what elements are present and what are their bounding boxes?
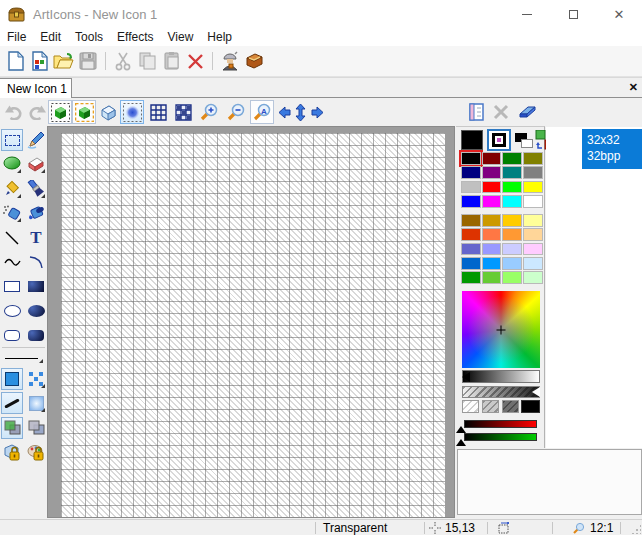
color-swatch[interactable] [502, 152, 522, 165]
new-button[interactable] [4, 49, 28, 73]
opacity-swatch-25[interactable] [462, 400, 479, 413]
lock-3d-tool[interactable] [1, 441, 23, 463]
cut-button[interactable] [111, 49, 135, 73]
color-swatch[interactable] [502, 166, 522, 179]
copy-shape-tool[interactable] [1, 417, 23, 439]
canvas-area[interactable] [47, 126, 455, 518]
color-swatch[interactable] [523, 195, 543, 208]
foreground-color-swatch[interactable] [461, 130, 483, 150]
arc-tool[interactable] [25, 251, 47, 273]
minimize-button[interactable] [504, 0, 550, 28]
lock-palette-tool[interactable] [25, 441, 47, 463]
color-swatch[interactable] [482, 152, 502, 165]
undo-button[interactable] [2, 100, 26, 124]
color-swatch[interactable] [502, 243, 522, 256]
opacity-swatch-50[interactable] [482, 400, 499, 413]
show-grid-button[interactable] [146, 100, 170, 124]
menu-tools[interactable]: Tools [68, 30, 110, 44]
glass-cube-button[interactable] [96, 100, 120, 124]
menu-effects[interactable]: Effects [110, 30, 160, 44]
color-swatch[interactable] [502, 214, 522, 227]
line-width-tool[interactable] [2, 352, 45, 365]
solid-cube-button[interactable] [48, 100, 72, 124]
color-swatch[interactable] [502, 271, 522, 284]
color-swatch[interactable] [482, 181, 502, 194]
pages-button[interactable] [464, 100, 488, 124]
color-swatch[interactable] [461, 195, 481, 208]
color-swatch[interactable] [523, 166, 543, 179]
grayscale-slider[interactable] [462, 370, 540, 383]
opacity-swatch-100[interactable] [521, 400, 540, 413]
ellipse-tool[interactable] [1, 300, 23, 322]
rectangle-tool[interactable] [1, 275, 23, 297]
tab-close-icon[interactable]: ✕ [629, 81, 638, 94]
pencil-tool[interactable] [25, 129, 47, 151]
marker-tool[interactable] [1, 178, 23, 200]
color-swatch[interactable] [523, 271, 543, 284]
color-swatch[interactable] [461, 228, 481, 241]
resize-grip[interactable] [631, 524, 641, 534]
menu-edit[interactable]: Edit [33, 30, 68, 44]
help-book-button[interactable] [242, 49, 266, 73]
delete-image-button[interactable] [489, 100, 513, 124]
color-swatch[interactable] [482, 271, 502, 284]
redo-button[interactable] [24, 100, 48, 124]
menu-view[interactable]: View [161, 30, 201, 44]
eraser-tool[interactable] [25, 153, 47, 175]
color-swatch[interactable] [461, 181, 481, 194]
rainbow-picker[interactable] [462, 291, 540, 368]
default-colors-button[interactable] [515, 133, 533, 149]
color-swatch[interactable] [461, 271, 481, 284]
rounded-rectangle-tool[interactable] [1, 324, 23, 346]
paste-button[interactable] [159, 49, 183, 73]
spray-tool[interactable] [1, 202, 23, 224]
color-swatch[interactable] [523, 152, 543, 165]
color-swatch[interactable] [502, 228, 522, 241]
new-from-template-button[interactable] [28, 49, 52, 73]
close-button[interactable]: ✕ [596, 0, 642, 28]
color-swatch[interactable] [502, 257, 522, 270]
clear-image-button[interactable] [514, 100, 538, 124]
color-swatch[interactable] [502, 195, 522, 208]
zoom-auto-button[interactable]: A [250, 100, 274, 124]
color-swatch[interactable] [482, 228, 502, 241]
color-replacer-tool[interactable] [1, 153, 23, 175]
color-swatch[interactable] [482, 214, 502, 227]
color-swatch[interactable] [523, 214, 543, 227]
gradient-mode[interactable] [25, 392, 47, 414]
frame-cube-button[interactable] [72, 100, 96, 124]
grid-pattern-button[interactable] [171, 100, 195, 124]
color-swatch[interactable] [523, 243, 543, 256]
filled-ellipse-tool[interactable] [25, 300, 47, 322]
filled-rectangle-tool[interactable] [25, 275, 47, 297]
select-tool[interactable] [1, 129, 23, 151]
color-swatch[interactable] [482, 195, 502, 208]
dither-mode[interactable] [25, 368, 47, 390]
open-button[interactable] [52, 49, 76, 73]
color-swatch[interactable] [482, 166, 502, 179]
filled-rounded-rectangle-tool[interactable] [25, 324, 47, 346]
paste-shape-tool[interactable] [25, 417, 47, 439]
menu-help[interactable]: Help [200, 30, 239, 44]
color-swatch[interactable] [461, 152, 481, 165]
shift-left-button[interactable] [276, 100, 292, 124]
line-tool[interactable] [1, 227, 23, 249]
transparent-color-button[interactable] [487, 129, 511, 151]
solid-fill-mode[interactable] [1, 368, 23, 390]
fill-tool[interactable] [25, 202, 47, 224]
brush-tool[interactable] [25, 178, 47, 200]
color-swatch[interactable] [502, 181, 522, 194]
red-channel-slider[interactable] [464, 420, 537, 428]
copy-button[interactable] [135, 49, 159, 73]
delete-button[interactable] [183, 49, 207, 73]
tab-new-icon-1[interactable]: New Icon 1 [0, 78, 72, 98]
color-swatch[interactable] [461, 243, 481, 256]
color-swatch[interactable] [461, 166, 481, 179]
green-channel-slider[interactable] [464, 433, 537, 441]
shift-vertical-button[interactable] [291, 100, 309, 124]
maximize-button[interactable] [550, 0, 596, 28]
curve-tool[interactable] [1, 251, 23, 273]
color-swatch[interactable] [523, 257, 543, 270]
text-tool[interactable]: T [25, 227, 47, 249]
color-swatch[interactable] [482, 257, 502, 270]
